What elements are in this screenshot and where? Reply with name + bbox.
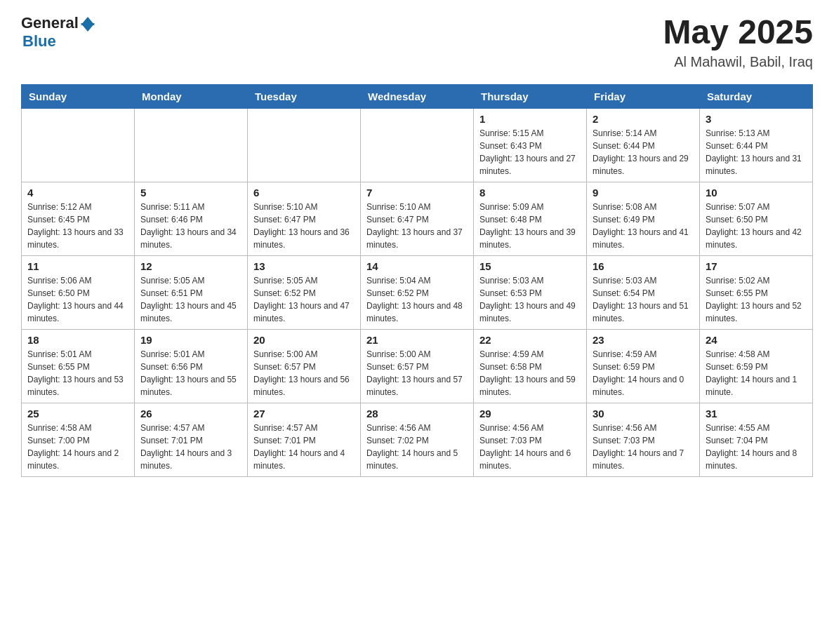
- calendar-cell: 20Sunrise: 5:00 AM Sunset: 6:57 PM Dayli…: [248, 329, 361, 403]
- day-info: Sunrise: 4:56 AM Sunset: 7:03 PM Dayligh…: [479, 422, 581, 472]
- logo: General Blue: [21, 14, 95, 51]
- day-info: Sunrise: 4:57 AM Sunset: 7:01 PM Dayligh…: [253, 422, 355, 472]
- title-block: May 2025 Al Mahawil, Babil, Iraq: [663, 14, 814, 70]
- day-number: 10: [706, 187, 807, 199]
- day-info: Sunrise: 5:07 AM Sunset: 6:50 PM Dayligh…: [706, 201, 807, 251]
- day-header-saturday: Saturday: [700, 84, 813, 108]
- calendar-cell: 12Sunrise: 5:05 AM Sunset: 6:51 PM Dayli…: [135, 255, 248, 329]
- day-info: Sunrise: 5:09 AM Sunset: 6:48 PM Dayligh…: [479, 201, 581, 251]
- day-info: Sunrise: 4:55 AM Sunset: 7:04 PM Dayligh…: [706, 422, 807, 472]
- calendar-week-row: 1Sunrise: 5:15 AM Sunset: 6:43 PM Daylig…: [22, 108, 813, 182]
- day-number: 30: [593, 408, 694, 420]
- day-number: 23: [593, 334, 694, 346]
- calendar-cell: 6Sunrise: 5:10 AM Sunset: 6:47 PM Daylig…: [248, 182, 361, 255]
- day-info: Sunrise: 5:15 AM Sunset: 6:43 PM Dayligh…: [479, 127, 581, 177]
- day-info: Sunrise: 5:13 AM Sunset: 6:44 PM Dayligh…: [706, 127, 807, 177]
- day-info: Sunrise: 5:01 AM Sunset: 6:55 PM Dayligh…: [27, 348, 128, 398]
- day-info: Sunrise: 4:56 AM Sunset: 7:03 PM Dayligh…: [593, 422, 694, 472]
- day-number: 12: [140, 260, 241, 272]
- day-header-monday: Monday: [135, 84, 248, 108]
- calendar-week-row: 4Sunrise: 5:12 AM Sunset: 6:45 PM Daylig…: [22, 182, 813, 255]
- day-info: Sunrise: 4:59 AM Sunset: 6:58 PM Dayligh…: [479, 348, 581, 398]
- day-info: Sunrise: 5:03 AM Sunset: 6:53 PM Dayligh…: [479, 274, 581, 325]
- calendar-week-row: 25Sunrise: 4:58 AM Sunset: 7:00 PM Dayli…: [22, 403, 813, 476]
- calendar-cell: 5Sunrise: 5:11 AM Sunset: 6:46 PM Daylig…: [135, 182, 248, 255]
- day-info: Sunrise: 5:05 AM Sunset: 6:51 PM Dayligh…: [140, 274, 241, 325]
- calendar-cell: 4Sunrise: 5:12 AM Sunset: 6:45 PM Daylig…: [22, 182, 135, 255]
- calendar-cell: [135, 108, 248, 182]
- day-info: Sunrise: 4:57 AM Sunset: 7:01 PM Dayligh…: [140, 422, 241, 472]
- calendar-title: May 2025: [663, 14, 814, 51]
- calendar-cell: 16Sunrise: 5:03 AM Sunset: 6:54 PM Dayli…: [587, 255, 700, 329]
- day-number: 29: [479, 408, 581, 420]
- day-info: Sunrise: 5:01 AM Sunset: 6:56 PM Dayligh…: [140, 348, 241, 398]
- day-number: 21: [366, 334, 468, 346]
- logo-text-blue: Blue: [22, 32, 56, 50]
- calendar-cell: 13Sunrise: 5:05 AM Sunset: 6:52 PM Dayli…: [248, 255, 361, 329]
- day-info: Sunrise: 5:08 AM Sunset: 6:49 PM Dayligh…: [593, 201, 694, 251]
- calendar-header-row: SundayMondayTuesdayWednesdayThursdayFrid…: [22, 84, 813, 108]
- day-header-friday: Friday: [587, 84, 700, 108]
- calendar-cell: 27Sunrise: 4:57 AM Sunset: 7:01 PM Dayli…: [248, 403, 361, 476]
- day-info: Sunrise: 5:03 AM Sunset: 6:54 PM Dayligh…: [593, 274, 694, 325]
- day-info: Sunrise: 5:00 AM Sunset: 6:57 PM Dayligh…: [366, 348, 468, 398]
- day-info: Sunrise: 4:59 AM Sunset: 6:59 PM Dayligh…: [593, 348, 694, 398]
- calendar-cell: 17Sunrise: 5:02 AM Sunset: 6:55 PM Dayli…: [700, 255, 813, 329]
- day-info: Sunrise: 5:00 AM Sunset: 6:57 PM Dayligh…: [253, 348, 355, 398]
- day-header-sunday: Sunday: [22, 84, 135, 108]
- day-info: Sunrise: 4:58 AM Sunset: 7:00 PM Dayligh…: [27, 422, 128, 472]
- day-number: 26: [140, 408, 241, 420]
- calendar-cell: 15Sunrise: 5:03 AM Sunset: 6:53 PM Dayli…: [474, 255, 587, 329]
- calendar-week-row: 11Sunrise: 5:06 AM Sunset: 6:50 PM Dayli…: [22, 255, 813, 329]
- calendar-cell: 21Sunrise: 5:00 AM Sunset: 6:57 PM Dayli…: [361, 329, 474, 403]
- day-info: Sunrise: 5:14 AM Sunset: 6:44 PM Dayligh…: [593, 127, 694, 177]
- day-info: Sunrise: 5:04 AM Sunset: 6:52 PM Dayligh…: [366, 274, 468, 325]
- day-number: 5: [140, 187, 241, 199]
- day-number: 9: [593, 187, 694, 199]
- day-number: 28: [366, 408, 468, 420]
- calendar-cell: 29Sunrise: 4:56 AM Sunset: 7:03 PM Dayli…: [474, 403, 587, 476]
- day-info: Sunrise: 5:02 AM Sunset: 6:55 PM Dayligh…: [706, 274, 807, 325]
- calendar-cell: 14Sunrise: 5:04 AM Sunset: 6:52 PM Dayli…: [361, 255, 474, 329]
- calendar-cell: 8Sunrise: 5:09 AM Sunset: 6:48 PM Daylig…: [474, 182, 587, 255]
- day-number: 2: [593, 113, 694, 125]
- calendar-cell: [248, 108, 361, 182]
- day-number: 11: [27, 260, 128, 272]
- day-number: 8: [479, 187, 581, 199]
- calendar-cell: [22, 108, 135, 182]
- day-number: 25: [27, 408, 128, 420]
- calendar-cell: 31Sunrise: 4:55 AM Sunset: 7:04 PM Dayli…: [700, 403, 813, 476]
- calendar-cell: [361, 108, 474, 182]
- day-number: 22: [479, 334, 581, 346]
- day-number: 18: [27, 334, 128, 346]
- day-header-wednesday: Wednesday: [361, 84, 474, 108]
- day-number: 20: [253, 334, 355, 346]
- calendar-cell: 25Sunrise: 4:58 AM Sunset: 7:00 PM Dayli…: [22, 403, 135, 476]
- day-number: 31: [706, 408, 807, 420]
- calendar-cell: 26Sunrise: 4:57 AM Sunset: 7:01 PM Dayli…: [135, 403, 248, 476]
- day-number: 13: [253, 260, 355, 272]
- calendar-cell: 1Sunrise: 5:15 AM Sunset: 6:43 PM Daylig…: [474, 108, 587, 182]
- day-number: 3: [706, 113, 807, 125]
- day-info: Sunrise: 5:10 AM Sunset: 6:47 PM Dayligh…: [366, 201, 468, 251]
- logo-text-general: General: [21, 14, 79, 32]
- day-info: Sunrise: 4:56 AM Sunset: 7:02 PM Dayligh…: [366, 422, 468, 472]
- day-number: 27: [253, 408, 355, 420]
- calendar-cell: 30Sunrise: 4:56 AM Sunset: 7:03 PM Dayli…: [587, 403, 700, 476]
- day-info: Sunrise: 5:06 AM Sunset: 6:50 PM Dayligh…: [27, 274, 128, 325]
- calendar-cell: 3Sunrise: 5:13 AM Sunset: 6:44 PM Daylig…: [700, 108, 813, 182]
- calendar-cell: 7Sunrise: 5:10 AM Sunset: 6:47 PM Daylig…: [361, 182, 474, 255]
- calendar-cell: 2Sunrise: 5:14 AM Sunset: 6:44 PM Daylig…: [587, 108, 700, 182]
- day-number: 14: [366, 260, 468, 272]
- calendar-week-row: 18Sunrise: 5:01 AM Sunset: 6:55 PM Dayli…: [22, 329, 813, 403]
- calendar-cell: 11Sunrise: 5:06 AM Sunset: 6:50 PM Dayli…: [22, 255, 135, 329]
- calendar-subtitle: Al Mahawil, Babil, Iraq: [663, 54, 814, 70]
- calendar-cell: 19Sunrise: 5:01 AM Sunset: 6:56 PM Dayli…: [135, 329, 248, 403]
- day-info: Sunrise: 5:05 AM Sunset: 6:52 PM Dayligh…: [253, 274, 355, 325]
- calendar-cell: 22Sunrise: 4:59 AM Sunset: 6:58 PM Dayli…: [474, 329, 587, 403]
- day-header-thursday: Thursday: [474, 84, 587, 108]
- day-number: 1: [479, 113, 581, 125]
- day-number: 15: [479, 260, 581, 272]
- day-number: 7: [366, 187, 468, 199]
- calendar-cell: 18Sunrise: 5:01 AM Sunset: 6:55 PM Dayli…: [22, 329, 135, 403]
